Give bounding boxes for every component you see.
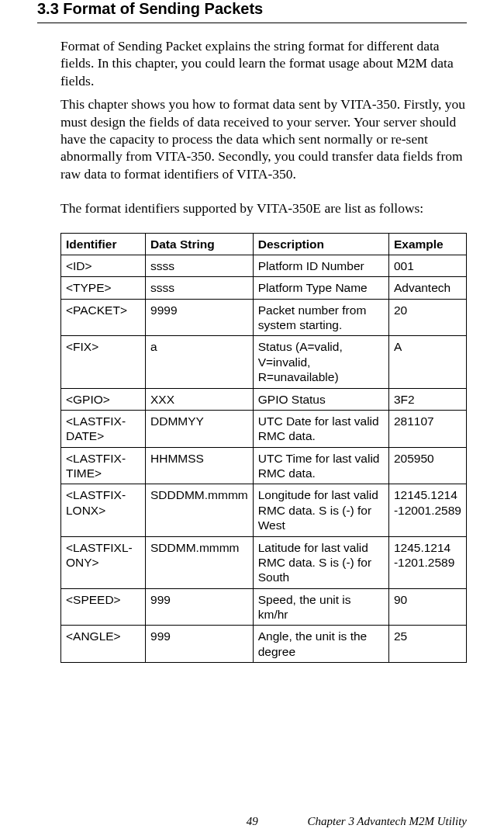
table-row: <ID> ssss Platform ID Number 001 [61,255,467,276]
paragraph-intro-2: This chapter shows you how to format dat… [37,95,467,182]
table-row: <SPEED> 999 Speed, the unit is km/hr 90 [61,588,467,626]
cell-data-string: SDDMM.mmmm [146,536,254,588]
cell-identifier: <ANGLE> [61,626,146,663]
cell-data-string: ssss [146,255,254,276]
table-row: <LASTFIX-TIME> HHMMSS UTC Time for last … [61,447,467,484]
cell-example: 1245.1214 -1201.2589 [388,536,466,588]
cell-data-string: 9999 [146,299,254,336]
table-row: <LASTFIX-DATE> DDMMYY UTC Date for last … [61,410,467,447]
cell-data-string: 999 [146,626,254,663]
cell-description: Platform Type Name [253,277,388,299]
cell-description: Packet number from system starting. [253,299,388,336]
cell-example: 25 [388,626,466,663]
cell-example: Advantech [388,277,466,299]
cell-description: Longitude for last valid RMC data. S is … [253,484,388,536]
cell-data-string: XXX [146,388,254,410]
cell-description: GPIO Status [253,388,388,410]
cell-identifier: <LASTFIX-LONX> [61,484,146,536]
cell-data-string: ssss [146,277,254,299]
cell-description: UTC Time for last valid RMC data. [253,447,388,484]
table-row: <PACKET> 9999 Packet number from system … [61,299,467,336]
cell-example: 205950 [388,447,466,484]
cell-example: 12145.1214 -12001.2589 [388,484,466,536]
table-row: <FIX> a Status (A=valid, V=invalid, R=un… [61,336,467,388]
cell-data-string: a [146,336,254,388]
col-description: Description [253,233,388,255]
paragraph-intro-3: The format identifiers supported by VITA… [37,199,467,217]
table-row: <LASTFIX-LONX> SDDDMM.mmmm Longitude for… [61,484,467,536]
chapter-label: Chapter 3 Advantech M2M Utility [307,815,467,827]
paragraph-intro-1: Format of Sending Packet explains the st… [37,37,467,89]
cell-identifier: <PACKET> [61,299,146,336]
table-header-row: Identifier Data String Description Examp… [61,233,467,255]
cell-data-string: DDMMYY [146,410,254,447]
table-row: <ANGLE> 999 Angle, the unit is the degre… [61,626,467,663]
table-row: <LASTFIXL-ONY> SDDMM.mmmm Latitude for l… [61,536,467,588]
cell-identifier: <ID> [61,255,146,276]
cell-description: Angle, the unit is the degree [253,626,388,663]
page-number: 49 [247,815,258,828]
cell-description: UTC Date for last valid RMC data. [253,410,388,447]
table-row: <GPIO> XXX GPIO Status 3F2 [61,388,467,410]
cell-example: 3F2 [388,388,466,410]
col-identifier: Identifier [61,233,146,255]
cell-example: 281107 [388,410,466,447]
cell-identifier: <TYPE> [61,277,146,299]
cell-data-string: 999 [146,588,254,626]
cell-identifier: <FIX> [61,336,146,388]
cell-description: Status (A=valid, V=invalid, R=unavailabl… [253,336,388,388]
cell-identifier: <LASTFIX-DATE> [61,410,146,447]
col-data-string: Data String [146,233,254,255]
cell-example: 20 [388,299,466,336]
cell-identifier: <LASTFIX-TIME> [61,447,146,484]
cell-data-string: SDDDMM.mmmm [146,484,254,536]
cell-description: Latitude for last valid RMC data. S is (… [253,536,388,588]
cell-data-string: HHMMSS [146,447,254,484]
cell-identifier: <GPIO> [61,388,146,410]
cell-description: Speed, the unit is km/hr [253,588,388,626]
cell-example: A [388,336,466,388]
cell-example: 001 [388,255,466,276]
identifiers-table: Identifier Data String Description Examp… [60,233,467,664]
cell-description: Platform ID Number [253,255,388,276]
cell-identifier: <SPEED> [61,588,146,626]
section-heading: 3.3 Format of Sending Packets [37,0,467,23]
table-row: <TYPE> ssss Platform Type Name Advantech [61,277,467,299]
page-footer: 49 Chapter 3 Advantech M2M Utility [37,815,467,828]
col-example: Example [388,233,466,255]
cell-example: 90 [388,588,466,626]
cell-identifier: <LASTFIXL-ONY> [61,536,146,588]
